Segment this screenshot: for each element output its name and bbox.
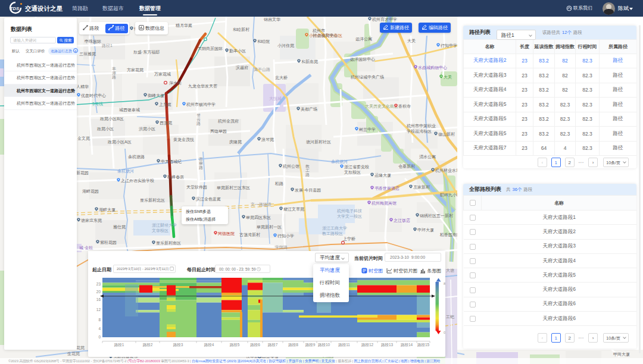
svg-text:小河住苑: 小河住苑 xyxy=(277,43,294,48)
svg-text:路段12: 路段12 xyxy=(361,343,374,347)
svg-text:杭州市: 杭州市 xyxy=(312,28,325,33)
svg-text:清水公寓: 清水公寓 xyxy=(419,155,436,159)
svg-text:80: 80 xyxy=(444,282,445,285)
svg-text:上宁桥: 上宁桥 xyxy=(343,237,355,241)
svg-text:翠苑四区东区: 翠苑四区东区 xyxy=(246,215,271,220)
svg-text:政苑小区A区: 政苑小区A区 xyxy=(107,140,132,145)
svg-text:古荡湾新村: 古荡湾新村 xyxy=(239,232,260,237)
svg-text:中天西城纪: 中天西城纪 xyxy=(161,159,182,164)
svg-text:树兰中学: 树兰中学 xyxy=(359,127,376,131)
svg-text:生花苑: 生花苑 xyxy=(67,352,80,356)
svg-text:行知小学: 行知小学 xyxy=(277,234,294,239)
svg-text:8: 8 xyxy=(98,318,101,322)
svg-text:教工路校区: 教工路校区 xyxy=(322,231,343,236)
svg-text:杭州公馆: 杭州公馆 xyxy=(282,164,299,169)
svg-text:万家花城: 万家花城 xyxy=(154,72,171,77)
svg-text:登云路: 登云路 xyxy=(196,113,201,126)
svg-text:5号线: 5号线 xyxy=(92,102,103,106)
svg-text:塘河新村社区: 塘河新村社区 xyxy=(305,139,331,145)
svg-text:天阳尚景国际: 天阳尚景国际 xyxy=(198,46,223,51)
svg-text:申珠国际: 申珠国际 xyxy=(85,39,101,44)
svg-text:杭州市赐鸿中学: 杭州市赐鸿中学 xyxy=(186,102,216,107)
svg-text:湖畔花园: 湖畔花园 xyxy=(82,189,99,194)
svg-text:之江外语实验学校: 之江外语实验学校 xyxy=(121,178,154,183)
svg-text:仓基新村: 仓基新村 xyxy=(398,164,415,169)
svg-text:欣盛·东方福邸: 欣盛·东方福邸 xyxy=(133,49,160,55)
svg-text:路段3: 路段3 xyxy=(173,343,183,347)
svg-text:工蚆: 工蚆 xyxy=(446,315,454,319)
svg-text:上凫庭: 上凫庭 xyxy=(159,102,171,107)
svg-text:古翠路: 古翠路 xyxy=(199,157,203,170)
svg-text:大塘: 大塘 xyxy=(446,268,454,272)
svg-text:书香世家酒店: 书香世家酒店 xyxy=(374,186,399,191)
svg-text:社会福利中心: 社会福利中心 xyxy=(313,33,338,38)
svg-text:之江饭店: 之江饭店 xyxy=(394,218,410,223)
svg-text:和睦院: 和睦院 xyxy=(257,39,270,44)
svg-text:杭州梅苑宾馆: 杭州梅苑宾馆 xyxy=(371,201,397,206)
svg-text:紫桂花园: 紫桂花园 xyxy=(100,240,117,245)
svg-text:耀江文萃苑: 耀江文萃苑 xyxy=(283,206,304,212)
svg-text:教工路: 教工路 xyxy=(305,164,310,177)
svg-text:4: 4 xyxy=(98,327,101,331)
svg-text:杭州市中策职业: 杭州市中策职业 xyxy=(406,123,436,128)
svg-text:穗月华庭: 穗月华庭 xyxy=(176,23,192,28)
svg-text:余杭塘路: 余杭塘路 xyxy=(128,155,145,159)
svg-text:学校霞湾校区: 学校霞湾校区 xyxy=(407,129,432,134)
svg-text:大关: 大关 xyxy=(444,74,452,79)
svg-text:16: 16 xyxy=(96,297,101,302)
svg-text:路段4: 路段4 xyxy=(204,343,214,347)
svg-text:天堂软件园: 天堂软件园 xyxy=(186,185,207,190)
svg-text:发展·今日嘉园: 发展·今日嘉园 xyxy=(295,188,321,193)
svg-text:浙江财经大学: 浙江财经大学 xyxy=(152,223,177,228)
svg-text:和睦新村: 和睦新村 xyxy=(233,27,249,32)
svg-text:滨江金色蓝庭: 滨江金色蓝庭 xyxy=(196,196,221,202)
svg-text:远洋公寓: 远洋公寓 xyxy=(355,37,372,42)
svg-text:路段8: 路段8 xyxy=(288,343,298,347)
svg-text:浪琴苑: 浪琴苑 xyxy=(261,137,274,142)
svg-text:杭州电子科技: 杭州电子科技 xyxy=(336,209,362,214)
svg-text:显乐新村南区: 显乐新村南区 xyxy=(156,240,181,246)
svg-text:0: 0 xyxy=(444,331,445,334)
svg-text:花苑: 花苑 xyxy=(76,346,85,350)
svg-text:行知中学: 行知中学 xyxy=(441,43,457,48)
svg-text:水晶城购物中心: 水晶城购物中心 xyxy=(418,65,447,70)
svg-text:12: 12 xyxy=(96,307,101,312)
svg-text:政苑小区B区: 政苑小区B区 xyxy=(99,117,124,121)
svg-text:浙江省委党校: 浙江省委党校 xyxy=(344,165,369,170)
svg-text:湖畔大厦: 湖畔大厦 xyxy=(99,208,116,212)
svg-text:杭州绿城中央广场: 杭州绿城中央广场 xyxy=(350,75,384,80)
svg-text:优盘时代中心: 优盘时代中心 xyxy=(81,93,106,98)
svg-text:路段5: 路段5 xyxy=(230,343,240,347)
svg-text:庆隆苑: 庆隆苑 xyxy=(229,140,242,145)
svg-text:和新南苑: 和新南苑 xyxy=(301,59,318,64)
svg-text:北大桥: 北大桥 xyxy=(275,76,288,80)
svg-text:雅仕苑: 雅仕苑 xyxy=(113,225,126,230)
svg-text:余杭塘河: 余杭塘河 xyxy=(331,159,348,164)
svg-text:九龙仓华发天荟: 九龙仓华发天荟 xyxy=(188,84,217,89)
svg-text:TDS: TDS xyxy=(10,6,19,11)
svg-text:勤丰小区: 勤丰小区 xyxy=(229,49,246,53)
svg-text:路段10: 路段10 xyxy=(318,343,330,347)
svg-text:杭州金茂府: 杭州金茂府 xyxy=(217,119,239,124)
svg-text:莫干山路: 莫干山路 xyxy=(254,67,270,72)
svg-text:锦昌文华: 锦昌文华 xyxy=(263,17,280,22)
svg-text:翠苑新村三区东区: 翠苑新村三区东区 xyxy=(217,185,250,190)
svg-text:大关历史文化街区: 大关历史文化街区 xyxy=(365,103,398,109)
svg-text:浙江工商大学: 浙江工商大学 xyxy=(322,226,347,231)
svg-text:美都广场: 美都广场 xyxy=(301,107,317,112)
svg-text:洪苑小区: 洪苑小区 xyxy=(139,127,155,131)
svg-text:甲田大厦: 甲田大厦 xyxy=(613,352,630,357)
svg-text:塘家庄东苑: 塘家庄东苑 xyxy=(80,218,102,223)
svg-text:路段11: 路段11 xyxy=(338,343,350,347)
svg-text:路径1: 路径1 xyxy=(102,43,113,48)
svg-text:学院路: 学院路 xyxy=(275,245,288,250)
svg-text:黄龙金茂悦: 黄龙金茂悦 xyxy=(173,137,194,142)
svg-text:微山新村: 微山新村 xyxy=(438,131,455,137)
svg-text:人精华: 人精华 xyxy=(76,84,89,89)
svg-text:杭州林业水利: 杭州林业水利 xyxy=(435,168,460,173)
svg-text:丰潭路: 丰潭路 xyxy=(112,67,116,80)
svg-text:0: 0 xyxy=(98,335,101,339)
svg-text:方家花苑: 方家花苑 xyxy=(127,67,143,73)
svg-text:路段15: 路段15 xyxy=(417,343,430,347)
svg-text:运隆大厦: 运隆大厦 xyxy=(374,173,391,178)
